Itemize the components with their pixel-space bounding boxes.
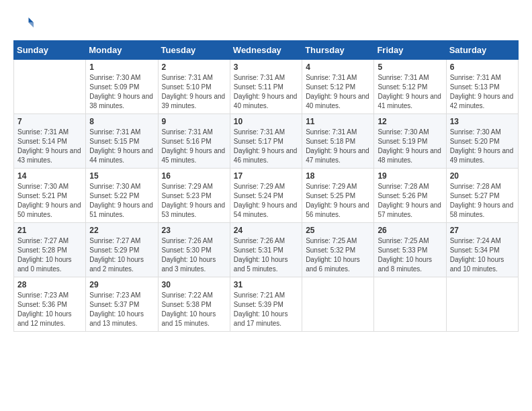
cell-info: Sunrise: 7:31 AMSunset: 5:14 PMDaylight:… [17,128,82,165]
day-number: 7 [17,117,82,126]
calendar-week-row: 21Sunrise: 7:27 AMSunset: 5:28 PMDayligh… [14,223,519,277]
calendar-cell: 3Sunrise: 7:31 AMSunset: 5:11 PMDaylight… [230,60,302,114]
calendar-cell [14,60,86,114]
calendar-cell: 22Sunrise: 7:27 AMSunset: 5:29 PMDayligh… [86,223,158,277]
day-number: 5 [378,62,442,72]
day-number: 22 [89,226,154,235]
calendar-cell: 8Sunrise: 7:31 AMSunset: 5:15 PMDaylight… [86,114,158,169]
cell-info: Sunrise: 7:29 AMSunset: 5:23 PMDaylight:… [162,182,226,220]
calendar-week-row: 14Sunrise: 7:30 AMSunset: 5:21 PMDayligh… [14,169,519,223]
calendar-cell: 27Sunrise: 7:24 AMSunset: 5:34 PMDayligh… [446,223,518,277]
calendar-cell: 7Sunrise: 7:31 AMSunset: 5:14 PMDaylight… [14,114,86,169]
cell-info: Sunrise: 7:23 AMSunset: 5:36 PMDaylight:… [17,291,82,328]
cell-info: Sunrise: 7:27 AMSunset: 5:29 PMDaylight:… [89,236,154,274]
weekday-header: Sunday [14,41,86,60]
calendar-cell: 11Sunrise: 7:31 AMSunset: 5:18 PMDayligh… [302,114,374,169]
cell-info: Sunrise: 7:23 AMSunset: 5:37 PMDaylight:… [89,291,154,328]
day-number: 31 [234,280,298,289]
cell-info: Sunrise: 7:31 AMSunset: 5:16 PMDaylight:… [162,128,226,165]
calendar-week-row: 1Sunrise: 7:30 AMSunset: 5:09 PMDaylight… [14,60,519,114]
cell-info: Sunrise: 7:28 AMSunset: 5:27 PMDaylight:… [450,182,515,220]
weekday-header: Wednesday [230,41,302,60]
day-number: 20 [450,171,515,181]
calendar-cell: 21Sunrise: 7:27 AMSunset: 5:28 PMDayligh… [14,223,86,277]
calendar-cell: 1Sunrise: 7:30 AMSunset: 5:09 PMDaylight… [86,60,158,114]
logo-icon [13,13,34,34]
day-number: 6 [450,62,515,72]
cell-info: Sunrise: 7:29 AMSunset: 5:24 PMDaylight:… [234,182,298,220]
cell-info: Sunrise: 7:21 AMSunset: 5:39 PMDaylight:… [234,291,298,328]
day-number: 26 [378,226,442,235]
cell-info: Sunrise: 7:29 AMSunset: 5:25 PMDaylight:… [306,182,370,220]
day-number: 18 [306,171,370,181]
calendar-cell: 12Sunrise: 7:30 AMSunset: 5:19 PMDayligh… [374,114,446,169]
day-number: 24 [234,226,298,235]
day-number: 27 [450,226,515,235]
day-number: 16 [162,171,226,181]
logo [13,13,35,34]
cell-info: Sunrise: 7:31 AMSunset: 5:13 PMDaylight:… [450,73,515,111]
weekday-header: Monday [86,41,158,60]
calendar-cell: 29Sunrise: 7:23 AMSunset: 5:37 PMDayligh… [86,277,158,332]
weekday-header-row: SundayMondayTuesdayWednesdayThursdayFrid… [14,41,519,60]
calendar-cell [446,277,518,332]
calendar-cell: 10Sunrise: 7:31 AMSunset: 5:17 PMDayligh… [230,114,302,169]
day-number: 30 [162,280,226,289]
calendar-cell: 19Sunrise: 7:28 AMSunset: 5:26 PMDayligh… [374,169,446,223]
cell-info: Sunrise: 7:24 AMSunset: 5:34 PMDaylight:… [450,236,515,274]
day-number: 2 [162,62,226,72]
day-number: 8 [89,117,154,126]
weekday-header: Tuesday [158,41,230,60]
svg-marker-1 [29,23,34,28]
cell-info: Sunrise: 7:26 AMSunset: 5:30 PMDaylight:… [162,236,226,274]
cell-info: Sunrise: 7:28 AMSunset: 5:26 PMDaylight:… [378,182,442,220]
cell-info: Sunrise: 7:30 AMSunset: 5:21 PMDaylight:… [17,182,82,220]
calendar-cell: 15Sunrise: 7:30 AMSunset: 5:22 PMDayligh… [86,169,158,223]
cell-info: Sunrise: 7:31 AMSunset: 5:12 PMDaylight:… [378,73,442,111]
weekday-header: Friday [374,41,446,60]
day-number: 9 [162,117,226,126]
day-number: 25 [306,226,370,235]
calendar-cell: 9Sunrise: 7:31 AMSunset: 5:16 PMDaylight… [158,114,230,169]
cell-info: Sunrise: 7:31 AMSunset: 5:17 PMDaylight:… [234,128,298,165]
calendar-table: SundayMondayTuesdayWednesdayThursdayFrid… [13,40,519,332]
cell-info: Sunrise: 7:31 AMSunset: 5:12 PMDaylight:… [306,73,370,111]
calendar-cell: 30Sunrise: 7:22 AMSunset: 5:38 PMDayligh… [158,277,230,332]
calendar-cell: 26Sunrise: 7:25 AMSunset: 5:33 PMDayligh… [374,223,446,277]
calendar-cell: 17Sunrise: 7:29 AMSunset: 5:24 PMDayligh… [230,169,302,223]
cell-info: Sunrise: 7:31 AMSunset: 5:15 PMDaylight:… [89,128,154,165]
day-number: 17 [234,171,298,181]
cell-info: Sunrise: 7:25 AMSunset: 5:33 PMDaylight:… [378,236,442,274]
cell-info: Sunrise: 7:31 AMSunset: 5:11 PMDaylight:… [234,73,298,111]
page-header [13,13,519,34]
cell-info: Sunrise: 7:30 AMSunset: 5:22 PMDaylight:… [89,182,154,220]
calendar-cell: 20Sunrise: 7:28 AMSunset: 5:27 PMDayligh… [446,169,518,223]
day-number: 19 [378,171,442,181]
calendar-cell: 4Sunrise: 7:31 AMSunset: 5:12 PMDaylight… [302,60,374,114]
day-number: 10 [234,117,298,126]
calendar-cell: 14Sunrise: 7:30 AMSunset: 5:21 PMDayligh… [14,169,86,223]
calendar-cell: 31Sunrise: 7:21 AMSunset: 5:39 PMDayligh… [230,277,302,332]
day-number: 3 [234,62,298,72]
calendar-cell: 2Sunrise: 7:31 AMSunset: 5:10 PMDaylight… [158,60,230,114]
day-number: 23 [162,226,226,235]
calendar-cell: 16Sunrise: 7:29 AMSunset: 5:23 PMDayligh… [158,169,230,223]
day-number: 29 [89,280,154,289]
day-number: 4 [306,62,370,72]
day-number: 14 [17,171,82,181]
svg-marker-0 [29,17,34,23]
calendar-cell [302,277,374,332]
calendar-cell: 5Sunrise: 7:31 AMSunset: 5:12 PMDaylight… [374,60,446,114]
calendar-cell: 28Sunrise: 7:23 AMSunset: 5:36 PMDayligh… [14,277,86,332]
cell-info: Sunrise: 7:31 AMSunset: 5:18 PMDaylight:… [306,128,370,165]
cell-info: Sunrise: 7:30 AMSunset: 5:20 PMDaylight:… [450,128,515,165]
day-number: 12 [378,117,442,126]
calendar-cell: 13Sunrise: 7:30 AMSunset: 5:20 PMDayligh… [446,114,518,169]
day-number: 21 [17,226,82,235]
day-number: 15 [89,171,154,181]
weekday-header: Thursday [302,41,374,60]
cell-info: Sunrise: 7:31 AMSunset: 5:10 PMDaylight:… [162,73,226,111]
day-number: 28 [17,280,82,289]
calendar-cell: 6Sunrise: 7:31 AMSunset: 5:13 PMDaylight… [446,60,518,114]
cell-info: Sunrise: 7:25 AMSunset: 5:32 PMDaylight:… [306,236,370,274]
